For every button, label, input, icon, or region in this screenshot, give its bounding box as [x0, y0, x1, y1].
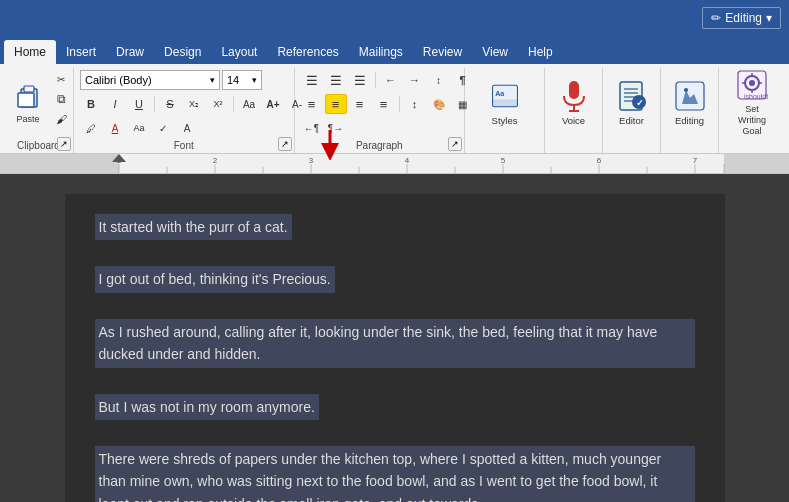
font-extra1-button[interactable]: ✓: [152, 118, 174, 138]
title-bar: ✏ Editing ▾: [0, 0, 789, 36]
svg-rect-5: [492, 99, 517, 106]
svg-text:ishouldbwr...: ishouldbwr...: [744, 93, 768, 100]
tab-mailings[interactable]: Mailings: [349, 40, 413, 64]
decrease-indent-button[interactable]: ←: [380, 70, 402, 90]
clipboard-expand-button[interactable]: ↗: [57, 137, 71, 151]
tab-layout[interactable]: Layout: [211, 40, 267, 64]
justify-button[interactable]: ≡: [373, 94, 395, 114]
increase-indent-button[interactable]: →: [404, 70, 426, 90]
voice-group: Voice: [545, 68, 603, 153]
bold-button[interactable]: B: [80, 94, 102, 114]
format-painter-icon: 🖌: [56, 113, 67, 125]
change-case-button[interactable]: Aa: [128, 118, 150, 138]
editor-button[interactable]: ✓ Editor: [609, 70, 655, 136]
font-name-selector[interactable]: Calibri (Body) ▾: [80, 70, 220, 90]
underline-button[interactable]: U: [128, 94, 150, 114]
svg-rect-2: [18, 93, 34, 107]
styles-button[interactable]: Aa Styles: [482, 70, 528, 136]
font-extra2-button[interactable]: A: [176, 118, 198, 138]
styles-label: Styles: [492, 115, 518, 126]
styles-icon: Aa: [489, 80, 521, 112]
svg-rect-16: [676, 82, 704, 110]
svg-rect-6: [569, 81, 579, 99]
font-group: Calibri (Body) ▾ 14 ▾ B I U S X₂ X² Aa A…: [74, 68, 295, 153]
paragraph-2: I got out of bed, thinking it's Precious…: [95, 266, 335, 292]
svg-text:✓: ✓: [635, 98, 643, 108]
sort-button[interactable]: ↕: [428, 70, 450, 90]
clipboard-group-label: Clipboard: [17, 140, 60, 151]
paragraph-expand-button[interactable]: ↗: [448, 137, 462, 151]
editing-group-label: Editing: [675, 115, 704, 126]
document-area: It started with the purr of a cat. I got…: [0, 174, 789, 502]
paragraph-3: As I rushed around, calling after it, lo…: [95, 319, 695, 368]
ribbon: Paste ✂ ⧉ 🖌 Clipboard ↗ Calibri (Body): [0, 64, 789, 154]
font-expand-button[interactable]: ↗: [278, 137, 292, 151]
editing-label: Editing: [725, 11, 762, 25]
font-name-chevron: ▾: [210, 75, 215, 85]
tab-review[interactable]: Review: [413, 40, 472, 64]
svg-text:5: 5: [501, 156, 506, 165]
writing-goal-icon: ishouldbwr...: [736, 69, 768, 101]
tab-insert[interactable]: Insert: [56, 40, 106, 64]
align-center-button[interactable]: ≡: [325, 94, 347, 114]
tab-references[interactable]: References: [267, 40, 348, 64]
cut-icon: ✂: [57, 74, 65, 85]
editing-mode-button[interactable]: ✏ Editing ▾: [702, 7, 781, 29]
dictate-label: Voice: [562, 115, 585, 126]
shading-button[interactable]: 🎨: [428, 94, 450, 114]
clear-format-button[interactable]: Aa: [238, 94, 260, 114]
chevron-down-icon: ▾: [766, 11, 772, 25]
font-size-up-button[interactable]: A+: [262, 94, 284, 114]
svg-text:7: 7: [693, 156, 698, 165]
ruler: 1 2 3 4 5 6 7: [0, 154, 789, 174]
strikethrough-button[interactable]: S: [159, 94, 181, 114]
styles-group: Aa Styles: [465, 68, 545, 153]
copy-button[interactable]: ⧉: [50, 90, 72, 108]
paragraph-4: But I was not in my room anymore.: [95, 394, 319, 420]
svg-point-17: [684, 88, 688, 92]
subscript-button[interactable]: X₂: [183, 94, 205, 114]
clipboard-group: Paste ✂ ⧉ 🖌 Clipboard ↗: [4, 68, 74, 153]
svg-text:3: 3: [309, 156, 314, 165]
line-spacing-button[interactable]: ↕: [404, 94, 426, 114]
font-name-value: Calibri (Body): [85, 74, 152, 86]
writing-goal-group: ishouldbwr... Set Writing Goal: [719, 68, 785, 153]
align-left-button[interactable]: ≡: [301, 94, 323, 114]
tab-draw[interactable]: Draw: [106, 40, 154, 64]
svg-point-20: [749, 80, 755, 86]
cut-button[interactable]: ✂: [50, 70, 72, 88]
paragraph-group-label: Paragraph: [356, 140, 403, 151]
font-size-chevron: ▾: [252, 75, 257, 85]
bullets-button[interactable]: ☰: [301, 70, 323, 90]
editor-icon: ✓: [616, 80, 648, 112]
writing-goal-label: Set Writing Goal: [731, 104, 773, 136]
italic-button[interactable]: I: [104, 94, 126, 114]
svg-text:Aa: Aa: [495, 90, 504, 98]
text-color-button[interactable]: A: [104, 118, 126, 138]
numbering-button[interactable]: ☰: [325, 70, 347, 90]
align-right-button[interactable]: ≡: [349, 94, 371, 114]
svg-rect-1: [24, 86, 34, 92]
arrow-indicator: [318, 130, 342, 163]
editing-button[interactable]: Editing: [667, 70, 713, 136]
tab-view[interactable]: View: [472, 40, 518, 64]
clipboard-small-buttons: ✂ ⧉ 🖌: [50, 70, 72, 128]
editor-label: Editor: [619, 115, 644, 126]
font-size-selector[interactable]: 14 ▾: [222, 70, 262, 90]
format-painter-button[interactable]: 🖌: [50, 110, 72, 128]
paragraph-1: It started with the purr of a cat.: [95, 214, 292, 240]
multilevel-list-button[interactable]: ☰: [349, 70, 371, 90]
svg-text:6: 6: [597, 156, 602, 165]
tab-design[interactable]: Design: [154, 40, 211, 64]
svg-text:4: 4: [405, 156, 410, 165]
tab-home[interactable]: Home: [4, 40, 56, 64]
dictate-button[interactable]: Voice: [551, 70, 597, 136]
superscript-button[interactable]: X²: [207, 94, 229, 114]
svg-rect-30: [724, 154, 789, 174]
tab-help[interactable]: Help: [518, 40, 563, 64]
pencil-icon: ✏: [711, 11, 721, 25]
set-writing-goal-button[interactable]: ishouldbwr... Set Writing Goal: [729, 70, 775, 136]
highlight-button[interactable]: 🖊: [80, 118, 102, 138]
paste-button[interactable]: Paste: [8, 70, 48, 134]
font-size-value: 14: [227, 74, 239, 86]
